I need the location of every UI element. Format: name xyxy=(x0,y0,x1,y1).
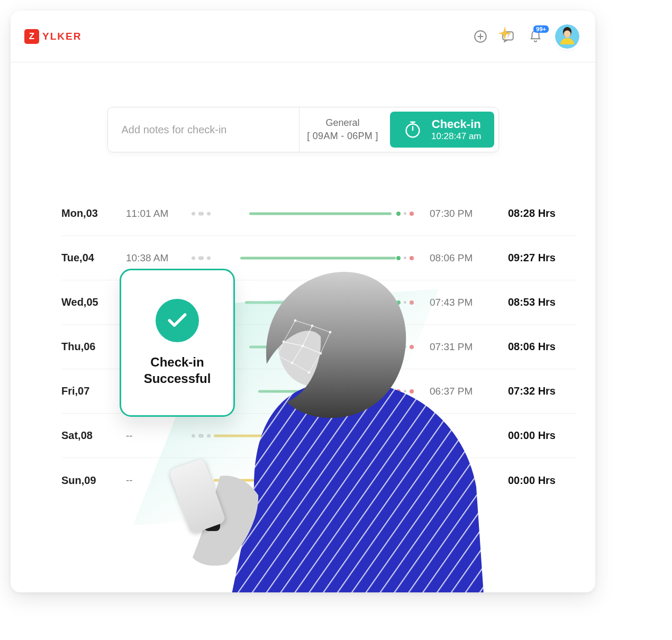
avatar[interactable] xyxy=(555,24,579,49)
weekend-tag: Weekend xyxy=(281,430,324,442)
logo-text: YLKER xyxy=(42,31,81,42)
header-actions: ? 99+ xyxy=(473,24,579,49)
popup-line1: Check-in xyxy=(144,354,211,370)
checkin-time-cell: -- xyxy=(126,474,176,486)
shift-times: [ 09AM - 06PM ] xyxy=(307,131,378,142)
day-label: Wed,05 xyxy=(61,296,110,308)
checkout-time-cell: 08:06 PM xyxy=(430,252,476,264)
timeline xyxy=(192,207,414,220)
app-window: Z YLKER ? 99+ xyxy=(11,11,595,592)
add-button[interactable] xyxy=(473,29,488,44)
day-label: Thu,06 xyxy=(61,341,110,353)
total-hours-cell: 09:27 Hrs xyxy=(492,252,556,264)
logo-mark: Z xyxy=(24,29,39,44)
checkin-time-cell: 10:38 AM xyxy=(126,252,176,264)
header: Z YLKER ? 99+ xyxy=(11,11,595,62)
checkout-time-cell: -- xyxy=(430,474,476,486)
checkout-time-cell: 07:30 PM xyxy=(430,208,476,220)
checkout-time-cell: 07:31 PM xyxy=(430,341,476,353)
help-button[interactable]: ? xyxy=(500,29,516,44)
total-hours-cell: 00:00 Hrs xyxy=(492,474,556,487)
svg-point-5 xyxy=(564,30,571,37)
total-hours-cell: 00:00 Hrs xyxy=(492,429,556,442)
checkin-notes-input[interactable] xyxy=(108,107,299,152)
checkin-current-time: 10:28:47 am xyxy=(431,131,482,142)
checkin-label: Check-in xyxy=(432,117,481,131)
checkout-time-cell: 07:43 PM xyxy=(430,297,476,308)
stopwatch-icon xyxy=(403,120,423,140)
checkin-success-popup: Check-in Successful xyxy=(120,269,235,417)
total-hours-cell: 08:53 Hrs xyxy=(492,296,556,308)
timeline: Weekend xyxy=(192,429,414,442)
day-label: Sat,08 xyxy=(61,429,110,442)
total-hours-cell: 07:32 Hrs xyxy=(492,385,556,397)
success-check-icon xyxy=(156,299,199,342)
attendance-row[interactable]: Sun,09--Weekend--00:00 Hrs xyxy=(61,458,576,502)
day-label: Tue,04 xyxy=(61,252,110,264)
checkin-time-cell: 11:01 AM xyxy=(126,208,176,220)
checkout-time-cell: -- xyxy=(430,430,476,442)
attendance-row[interactable]: Sat,08--Weekend--00:00 Hrs xyxy=(61,414,576,458)
checkin-text: Check-in 10:28:47 am xyxy=(431,117,482,142)
popup-line2: Successful xyxy=(144,370,211,387)
checkout-time-cell: 06:37 PM xyxy=(430,386,476,397)
sparkle-icon xyxy=(498,26,512,40)
popup-message: Check-in Successful xyxy=(144,354,211,387)
logo[interactable]: Z YLKER xyxy=(24,29,81,44)
svg-rect-19 xyxy=(204,507,220,531)
checkin-button[interactable]: Check-in 10:28:47 am xyxy=(390,112,494,148)
shift-name: General xyxy=(325,117,359,129)
plus-circle-icon xyxy=(474,30,487,43)
avatar-icon xyxy=(555,24,579,49)
total-hours-cell: 08:06 Hrs xyxy=(492,341,556,353)
notification-badge: 99+ xyxy=(533,25,549,33)
day-label: Fri,07 xyxy=(61,385,110,397)
checkin-time-cell: -- xyxy=(126,430,176,442)
weekend-tag: Weekend xyxy=(281,474,324,486)
timeline: Weekend xyxy=(192,474,414,487)
day-label: Mon,03 xyxy=(61,207,110,220)
day-label: Sun,09 xyxy=(61,474,110,487)
total-hours-cell: 08:28 Hrs xyxy=(492,207,556,220)
shift-info: General [ 09AM - 06PM ] xyxy=(299,107,386,152)
timeline xyxy=(192,252,414,264)
checkin-bar: General [ 09AM - 06PM ] Check-in 10:28:4… xyxy=(107,107,499,152)
notifications-button[interactable]: 99+ xyxy=(528,29,543,44)
attendance-row[interactable]: Mon,0311:01 AM07:30 PM08:28 Hrs xyxy=(61,191,576,236)
